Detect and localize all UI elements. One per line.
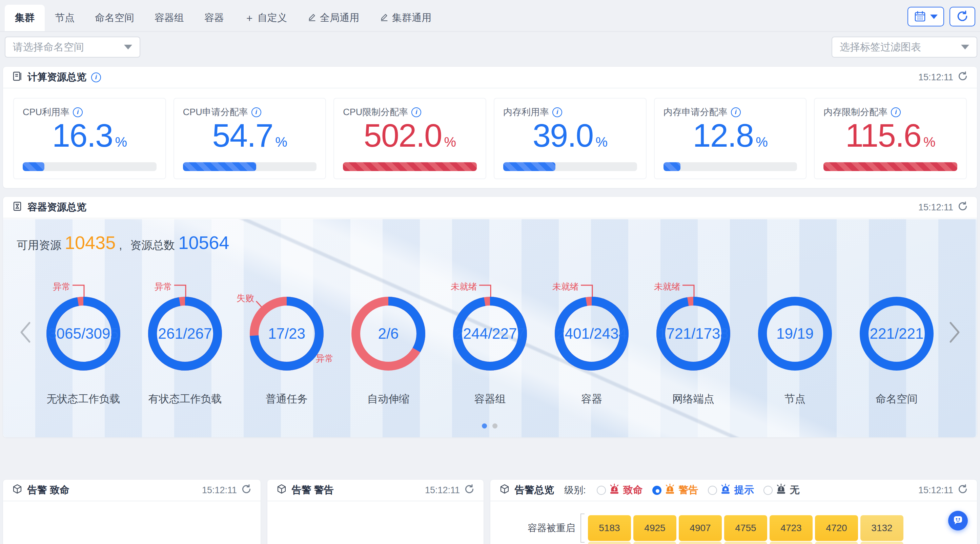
level-option-4[interactable]: 无 bbox=[764, 484, 800, 497]
refresh-icon[interactable] bbox=[241, 484, 252, 497]
metric-progress-track bbox=[503, 162, 637, 171]
metric-card-title: CPU利用率 bbox=[23, 106, 70, 118]
radio-button[interactable] bbox=[597, 486, 606, 495]
ring-value: 17/23 bbox=[250, 297, 324, 371]
info-icon[interactable]: i bbox=[552, 107, 562, 117]
top-tab-bar: 集群节点命名空间容器组容器＋自定义全局通用集群通用 bbox=[0, 0, 980, 32]
tab-2[interactable]: 节点 bbox=[45, 5, 85, 31]
cube-icon bbox=[12, 484, 23, 497]
refresh-icon[interactable] bbox=[957, 71, 968, 84]
metric-progress-fill bbox=[183, 162, 256, 171]
metric-card-3: CPU限制分配率i502.0% bbox=[333, 98, 486, 179]
chat-robot-icon bbox=[952, 514, 964, 527]
alarm-overview-header: 告警总览 级别: 致命警告提示无 15:12:11 bbox=[490, 480, 977, 501]
label-filter-placeholder: 选择标签过滤图表 bbox=[840, 40, 921, 54]
refresh-icon[interactable] bbox=[957, 201, 968, 214]
metric-card-6: 内存限制分配率i115.6% bbox=[814, 98, 967, 179]
container-panel-header: 容器资源总览 15:12:11 bbox=[3, 197, 977, 219]
ring-status-label: 未就绪 bbox=[451, 281, 477, 293]
metric-card-title: CPU申请分配率 bbox=[183, 106, 248, 118]
bar-cells: 5183492549074755472347203132 bbox=[588, 515, 904, 541]
bar-cell-7: 3132 bbox=[861, 515, 904, 541]
alarm-overview-title: 告警总览 bbox=[515, 484, 554, 497]
tab-label: 自定义 bbox=[258, 11, 287, 25]
info-icon[interactable]: i bbox=[251, 107, 261, 117]
metric-progress-fill bbox=[823, 162, 957, 171]
level-label: 级别: bbox=[564, 484, 586, 496]
namespace-select-placeholder: 请选择命名空间 bbox=[13, 40, 84, 54]
partial-bar-cell-2 bbox=[633, 542, 676, 544]
info-icon[interactable]: i bbox=[91, 73, 101, 82]
radio-button[interactable] bbox=[764, 486, 773, 495]
alarm-warning-header: 告警 警告 15:12:11 bbox=[267, 480, 484, 501]
radio-button[interactable] bbox=[652, 486, 662, 495]
carousel-dot-2[interactable] bbox=[492, 423, 498, 428]
compute-panel-title: 计算资源总览 bbox=[27, 70, 86, 84]
refresh-icon[interactable] bbox=[464, 484, 475, 497]
ring-value: 1721/1738 bbox=[656, 297, 730, 371]
level-option-label: 警告 bbox=[679, 484, 698, 497]
edit-icon bbox=[380, 12, 389, 24]
carousel-dot-1[interactable] bbox=[482, 423, 487, 428]
resource-ring-4: 异常2/6自动伸缩 bbox=[337, 273, 439, 408]
radio-button[interactable] bbox=[708, 486, 717, 495]
tab-3[interactable]: 命名空间 bbox=[85, 5, 144, 31]
metric-card-2: CPU申请分配率i54.7% bbox=[173, 98, 326, 179]
level-option-3[interactable]: 提示 bbox=[708, 484, 754, 497]
tab-label: 集群 bbox=[15, 11, 35, 25]
partial-bar-cell-3 bbox=[679, 542, 722, 544]
info-icon[interactable]: i bbox=[411, 107, 421, 117]
compute-panel-header: 计算资源总览 i 15:12:11 bbox=[3, 67, 977, 89]
refresh-all-button[interactable] bbox=[950, 7, 975, 27]
carousel-next-button[interactable] bbox=[947, 321, 962, 344]
bell-mute-icon bbox=[776, 484, 787, 497]
compute-cards: CPU利用率i16.3%CPU申请分配率i54.7%CPU限制分配率i502.0… bbox=[3, 89, 977, 188]
alarm-warning-timestamp: 15:12:11 bbox=[425, 485, 460, 496]
info-icon[interactable]: i bbox=[73, 107, 83, 117]
ring-status-label: 未就绪 bbox=[654, 281, 681, 293]
ring-value: 261/267 bbox=[148, 297, 222, 371]
ring-label: 普通任务 bbox=[236, 392, 337, 406]
ring-status-label: 未就绪 bbox=[552, 281, 579, 293]
container-panel-body: 可用资源 10435 , 资源总数 10564 异常3065/3095无状态工作… bbox=[3, 219, 977, 437]
tab-5[interactable]: 容器 bbox=[194, 5, 234, 31]
label-filter-select[interactable]: 选择标签过滤图表 bbox=[832, 36, 977, 57]
tab-1[interactable]: 集群 bbox=[5, 5, 45, 31]
alarm-overview-panel: 告警总览 级别: 致命警告提示无 15:12:11 容器被重启 51834925… bbox=[490, 479, 977, 544]
bar-cell-3: 4907 bbox=[679, 515, 722, 541]
resource-ring-8: 19/19节点 bbox=[744, 273, 846, 408]
ring-label: 命名空间 bbox=[846, 392, 947, 406]
level-option-1[interactable]: 致命 bbox=[597, 484, 643, 497]
resource-ring-9: 221/221命名空间 bbox=[846, 273, 947, 408]
tab-6[interactable]: ＋自定义 bbox=[234, 5, 297, 31]
info-icon[interactable]: i bbox=[891, 107, 901, 117]
stats-separator: , bbox=[119, 239, 122, 252]
namespace-select[interactable]: 请选择命名空间 bbox=[5, 36, 140, 57]
metric-value: 115.6 bbox=[845, 117, 921, 154]
date-range-button[interactable] bbox=[907, 7, 944, 27]
refresh-icon[interactable] bbox=[957, 484, 968, 497]
cube-icon bbox=[276, 484, 287, 497]
partial-bar-cell-5 bbox=[770, 542, 813, 544]
metric-card-title: 内存限制分配率 bbox=[823, 106, 888, 118]
info-icon[interactable]: i bbox=[731, 107, 741, 117]
tab-8[interactable]: 集群通用 bbox=[369, 5, 442, 31]
chat-fab-button[interactable] bbox=[948, 511, 968, 530]
alarm-critical-header: 告警 致命 15:12:11 bbox=[3, 480, 261, 501]
tab-label: 全局通用 bbox=[320, 11, 359, 25]
bar-cell-6: 4720 bbox=[815, 515, 858, 541]
level-option-label: 无 bbox=[790, 484, 800, 497]
level-option-2[interactable]: 警告 bbox=[652, 484, 698, 497]
tab-4[interactable]: 容器组 bbox=[144, 5, 194, 31]
ring-value: 2401/2434 bbox=[554, 297, 629, 371]
metric-unit: % bbox=[115, 135, 127, 150]
tab-label: 集群通用 bbox=[392, 11, 431, 25]
ring-label: 网络端点 bbox=[643, 392, 744, 406]
resource-ring-1: 异常3065/3095无状态工作负载 bbox=[33, 273, 134, 408]
ring-status-label: 异常 bbox=[316, 353, 333, 365]
resource-ring-7: 未就绪1721/1738网络端点 bbox=[643, 273, 744, 408]
total-label: 资源总数 bbox=[130, 238, 175, 253]
metric-progress-track bbox=[343, 162, 477, 171]
partial-bar-cell-6 bbox=[815, 542, 858, 544]
tab-7[interactable]: 全局通用 bbox=[297, 5, 369, 31]
